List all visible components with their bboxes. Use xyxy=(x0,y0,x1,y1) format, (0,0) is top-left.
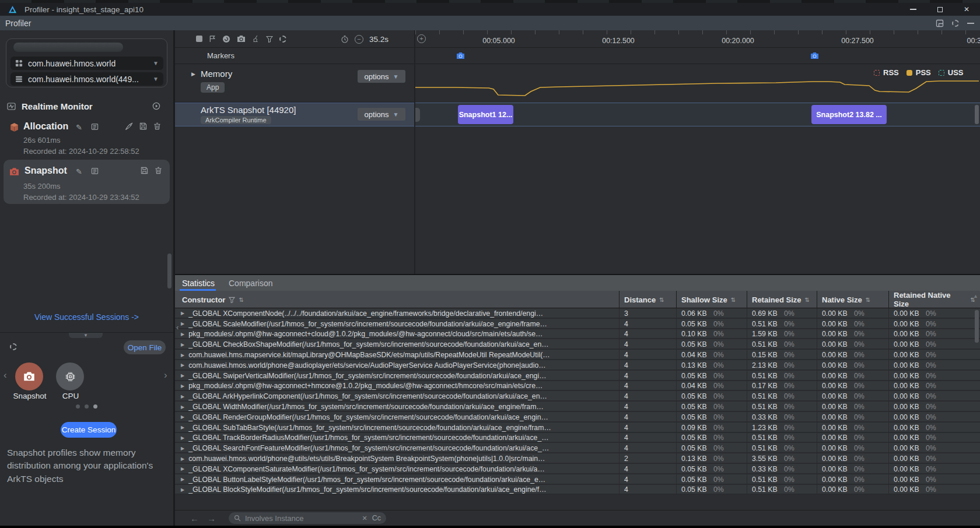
table-row[interactable]: ▶_GLOBAL ScaleModifier(/usr1/hmos_for_sy… xyxy=(175,319,980,329)
uss-checkbox[interactable]: USS xyxy=(939,68,964,77)
constructor-cell[interactable]: ▶com.huawei.hms.mapservice.kit/mapLibrar… xyxy=(175,350,617,360)
settings-gear-icon[interactable] xyxy=(952,20,959,27)
carousel-right-icon[interactable]: › xyxy=(164,369,167,381)
expand-icon[interactable]: ▶ xyxy=(181,414,184,420)
column-shallow-size[interactable]: Shallow Size⇅ xyxy=(676,291,747,308)
gc-icon[interactable] xyxy=(222,35,230,43)
constructor-cell[interactable]: ▶_GLOBAL SwiperVerticalModifier(/usr1/hm… xyxy=(175,371,617,381)
expand-icon[interactable]: ▶ xyxy=(181,311,184,316)
expand-icon[interactable]: ▶ xyxy=(181,446,184,451)
hide-panel-icon[interactable] xyxy=(967,23,974,24)
tab-comparison[interactable]: Comparison xyxy=(229,275,272,291)
constructor-cell[interactable]: ▶_GLOBAL XComponentSaturateModifier(/usr… xyxy=(175,464,617,474)
constructor-cell[interactable]: ▶_GLOBAL ScaleModifier(/usr1/hmos_for_sy… xyxy=(175,319,617,329)
constructor-cell[interactable]: ▶_GLOBAL WidthModifier(/usr1/hmos_for_sy… xyxy=(175,402,617,412)
pss-checkbox[interactable]: PSS xyxy=(907,68,931,77)
back-arrow-icon[interactable]: ← xyxy=(190,513,199,523)
table-row[interactable]: ▶_GLOBAL ButtonLabelStyleModifier(/usr1/… xyxy=(175,474,980,485)
session-snapshot[interactable]: Snapshot ✎ 35s 200ms Recorded at: 2024-1… xyxy=(4,160,170,204)
session-settings-gear-icon[interactable] xyxy=(10,343,17,350)
sort-icon[interactable]: ⇅ xyxy=(659,297,664,303)
expand-icon[interactable]: ▶ xyxy=(181,373,184,378)
snapshot-marker-camera-icon[interactable] xyxy=(456,52,465,59)
session-details-icon[interactable] xyxy=(91,167,99,175)
zoom-out-icon[interactable]: − xyxy=(355,35,363,44)
session-allocation[interactable]: Allocation ✎ 26s 601ms Recorded at: 2024… xyxy=(4,121,170,157)
flag-marker-icon[interactable] xyxy=(209,35,216,43)
save-session-icon[interactable] xyxy=(141,167,148,174)
create-session-button[interactable]: Create Session xyxy=(61,422,117,438)
timeline-settings-gear-icon[interactable] xyxy=(279,36,286,43)
constructor-cell[interactable]: ▶_GLOBAL ButtonLabelStyleModifier(/usr1/… xyxy=(175,474,617,485)
launch-rocket-icon[interactable] xyxy=(125,122,133,131)
scrollbar-up-icon[interactable]: ▲ xyxy=(973,293,978,299)
clean-broom-icon[interactable] xyxy=(252,35,260,43)
expand-icon[interactable]: ▶ xyxy=(181,456,184,462)
table-row[interactable]: ▶_GLOBAL ArkHyperlinkComponent(/usr1/hmo… xyxy=(175,391,980,402)
constructor-cell[interactable]: ▶_GLOBAL SearchFontFeatureModifier(/usr1… xyxy=(175,443,617,453)
edit-pencil-icon[interactable]: ✎ xyxy=(76,123,82,132)
snapshot-type-button[interactable] xyxy=(15,362,43,390)
table-row[interactable]: ▶com.huawei.hmos.world/phone@audioplayer… xyxy=(175,360,980,371)
stop-icon[interactable] xyxy=(196,36,202,42)
arkts-options-dropdown[interactable]: options▼ xyxy=(358,108,405,121)
table-row[interactable]: ▶_GLOBAL TrackBorderRadiusModifier(/usr1… xyxy=(175,433,980,443)
track-scrollbar[interactable] xyxy=(975,105,979,124)
table-row[interactable]: ▶_GLOBAL SubTabBarStyle(/usr1/hmos_for_s… xyxy=(175,423,980,433)
table-row[interactable]: ▶_GLOBAL SearchFontFeatureModifier(/usr1… xyxy=(175,443,980,453)
panel-splitter-handle[interactable] xyxy=(167,254,172,288)
constructor-cell[interactable]: ▶pkg_modules/.ohpm/@hw-agconnect+hmcore@… xyxy=(175,381,617,392)
screenshot-camera-icon[interactable] xyxy=(237,35,246,43)
realtime-monitor-row[interactable]: Realtime Monitor xyxy=(7,100,166,112)
expand-icon[interactable]: ▶ xyxy=(181,383,184,389)
save-session-icon[interactable] xyxy=(139,122,147,131)
filter-funnel-icon[interactable] xyxy=(266,36,273,43)
expand-icon[interactable]: ▶ xyxy=(181,321,184,326)
table-row[interactable]: ▶pkg_modules/.ohpm/@hw-agconnect+hmcore@… xyxy=(175,381,980,392)
instance-search-field[interactable]: ✕ Cc xyxy=(229,512,386,524)
maximize-window-button[interactable] xyxy=(926,3,953,16)
column-distance[interactable]: Distance⇅ xyxy=(619,291,676,308)
track-handle[interactable] xyxy=(415,108,420,122)
device-select[interactable] xyxy=(13,43,123,52)
view-successful-sessions-link[interactable]: View Successful Sessions -> xyxy=(0,312,173,322)
table-row[interactable]: ▶_GLOBAL XComponentSaturateModifier(/usr… xyxy=(175,464,980,474)
constructor-cell[interactable]: ▶_GLOBAL SubTabBarStyle(/usr1/hmos_for_s… xyxy=(175,423,617,433)
expand-icon[interactable]: ▶ xyxy=(181,332,184,337)
constructor-cell[interactable]: ▶com.huawei.hmos.world/phone@utils/ets/u… xyxy=(175,453,617,464)
table-row[interactable]: ▶com.huawei.hmos.world/phone@utils/ets/u… xyxy=(175,453,980,464)
arkts-snapshot-row[interactable]: ArkTS Snapshot [44920] ArkCompiler Runti… xyxy=(175,103,980,126)
memory-chart-track[interactable]: RSS PSS USS xyxy=(415,64,980,103)
column-native-size[interactable]: Native Size⇅ xyxy=(817,291,888,308)
carousel-left-icon[interactable]: ‹ xyxy=(4,369,7,381)
table-row[interactable]: ▶_GLOBAL SwiperVerticalModifier(/usr1/hm… xyxy=(175,371,980,381)
constructor-cell[interactable]: ▶_GLOBAL XComponentNode(../../../foundat… xyxy=(175,308,617,319)
column-retained-native-size[interactable]: Retained Native Size⇅ xyxy=(888,291,975,308)
expand-icon[interactable]: ▶ xyxy=(181,487,184,492)
process-select[interactable]: com.huawei.hmos.world(449... ▼ xyxy=(10,72,163,86)
record-icon[interactable] xyxy=(152,102,160,110)
close-window-button[interactable]: ✕ xyxy=(953,3,980,16)
expand-icon[interactable]: ▶ xyxy=(181,425,184,430)
session-details-icon[interactable] xyxy=(91,123,99,131)
search-input[interactable] xyxy=(245,514,362,523)
constructor-cell[interactable]: ▶pkg_modules/.ohpm/@hw-agconnect+cloud@1… xyxy=(175,329,617,340)
minimize-window-button[interactable] xyxy=(900,3,926,16)
table-row[interactable]: ▶com.huawei.hms.mapservice.kit/mapLibrar… xyxy=(175,350,980,360)
column-retained-size[interactable]: Retained Size⇅ xyxy=(747,291,817,308)
constructor-cell[interactable]: ▶_GLOBAL CheckBoxShapeModifier(/usr1/hmo… xyxy=(175,339,617,350)
timeline-pane-divider[interactable] xyxy=(414,30,415,274)
layout-window-icon[interactable] xyxy=(936,19,944,27)
sort-icon[interactable]: ⇅ xyxy=(239,297,243,303)
table-row[interactable]: ▶_GLOBAL BlockStyleModifier(/usr1/hmos_f… xyxy=(175,485,980,495)
table-row[interactable]: ▶_GLOBAL RenderGroupModifier(/usr1/hmos_… xyxy=(175,412,980,423)
tab-statistics[interactable]: Statistics xyxy=(182,275,215,291)
table-row[interactable]: ▶_GLOBAL CheckBoxShapeModifier(/usr1/hmo… xyxy=(175,339,980,350)
constructor-cell[interactable]: ▶_GLOBAL BlockStyleModifier(/usr1/hmos_f… xyxy=(175,485,617,495)
carousel-dot[interactable] xyxy=(85,404,89,409)
memory-row-label[interactable]: ▶ Memory App options▼ xyxy=(175,64,414,103)
timer-icon[interactable] xyxy=(341,35,349,43)
expand-icon[interactable]: ▶ xyxy=(181,435,184,441)
constructor-cell[interactable]: ▶com.huawei.hmos.world/phone@audioplayer… xyxy=(175,360,617,371)
constructor-cell[interactable]: ▶_GLOBAL ArkHyperlinkComponent(/usr1/hmo… xyxy=(175,391,617,402)
